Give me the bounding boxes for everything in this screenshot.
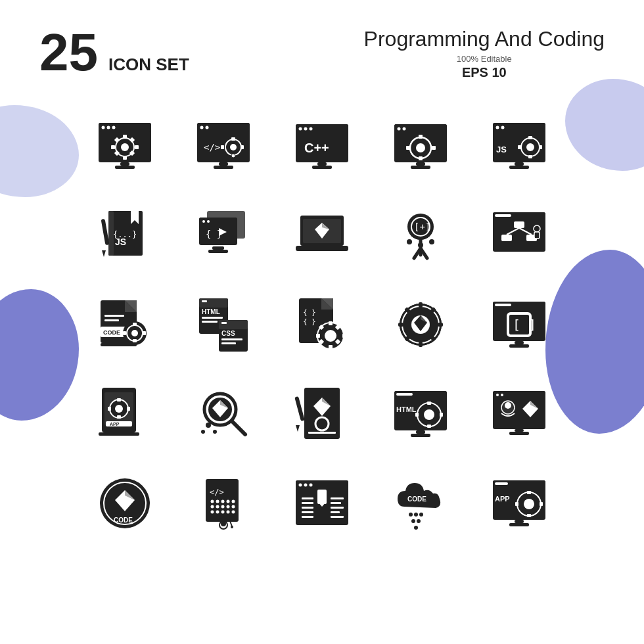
svg-text:APP: APP	[495, 495, 510, 503]
svg-rect-142	[329, 345, 333, 349]
svg-text:[ ]: [ ]	[513, 317, 536, 333]
svg-text:{ }: { }	[303, 317, 316, 326]
js-settings-icon: JS	[476, 106, 562, 185]
svg-rect-165	[495, 304, 511, 306]
svg-point-237	[221, 511, 225, 514]
svg-point-44	[416, 143, 425, 152]
svg-rect-177	[127, 407, 130, 411]
svg-rect-15	[115, 166, 135, 169]
monitor-diamond-person-icon	[476, 375, 562, 453]
svg-point-236	[216, 511, 219, 514]
code-monitor-stacked-icon: { }	[181, 196, 266, 275]
svg-rect-202	[427, 402, 431, 405]
svg-point-140	[325, 330, 336, 342]
svg-point-274	[524, 499, 534, 509]
svg-text:[+]: [+]	[414, 221, 430, 232]
svg-rect-37	[312, 166, 332, 169]
svg-point-268	[414, 526, 418, 530]
svg-rect-117	[143, 331, 146, 335]
svg-point-211	[501, 394, 503, 396]
svg-point-241	[221, 521, 226, 526]
svg-point-57	[526, 143, 534, 151]
svg-rect-121	[202, 300, 207, 302]
svg-rect-8	[123, 156, 127, 160]
svg-rect-206	[411, 434, 430, 437]
svg-rect-203	[427, 425, 431, 428]
svg-rect-256	[302, 516, 313, 518]
svg-point-90	[429, 239, 434, 244]
icon-grid: </> C++	[39, 106, 605, 543]
svg-rect-276	[527, 514, 531, 517]
code-badge-icon: CODE	[82, 464, 168, 543]
svg-rect-26	[221, 145, 224, 149]
svg-rect-175	[117, 415, 121, 419]
svg-rect-79	[208, 250, 228, 253]
header-left: 25 ICON SET	[39, 26, 189, 79]
svg-point-234	[232, 505, 235, 509]
svg-point-226	[216, 500, 219, 503]
svg-point-201	[424, 409, 434, 420]
svg-point-244	[231, 526, 233, 528]
svg-rect-132	[221, 342, 236, 344]
gear-diamond-icon	[378, 285, 463, 364]
svg-point-3	[107, 126, 110, 129]
svg-rect-60	[518, 145, 521, 149]
svg-rect-97	[514, 221, 524, 228]
svg-point-54	[501, 126, 505, 129]
svg-rect-129	[221, 322, 227, 324]
svg-rect-168	[509, 344, 529, 348]
svg-point-267	[417, 519, 421, 523]
svg-rect-198	[396, 393, 413, 396]
svg-rect-69	[101, 219, 110, 245]
svg-point-266	[411, 519, 415, 523]
svg-rect-108	[104, 319, 119, 321]
svg-rect-30	[219, 162, 228, 166]
svg-point-75	[207, 220, 210, 223]
svg-rect-169	[515, 341, 524, 344]
svg-text:APP: APP	[110, 422, 120, 426]
svg-rect-205	[440, 413, 443, 417]
svg-point-33	[299, 127, 302, 131]
svg-point-6	[121, 143, 129, 151]
svg-point-210	[496, 394, 499, 396]
svg-point-265	[419, 513, 423, 517]
search-diamond-icon	[181, 375, 266, 453]
svg-rect-255	[302, 511, 313, 513]
svg-rect-277	[515, 502, 518, 506]
svg-rect-257	[331, 497, 344, 499]
pen-diamond-doc-icon	[279, 375, 365, 453]
html-gear-browser-icon: HTML	[378, 375, 463, 453]
svg-point-34	[304, 127, 308, 131]
svg-rect-58	[528, 136, 532, 139]
svg-rect-174	[117, 398, 121, 402]
svg-text:CSS: CSS	[221, 330, 235, 337]
svg-rect-153	[419, 302, 423, 308]
svg-rect-253	[302, 502, 313, 504]
svg-rect-32	[296, 124, 348, 133]
svg-point-248	[304, 484, 308, 487]
svg-point-19	[200, 126, 204, 129]
svg-point-227	[221, 500, 225, 503]
svg-text:{ }: { }	[303, 308, 316, 317]
bracket-screen-icon: [ ]	[476, 285, 562, 364]
svg-rect-144	[342, 334, 346, 338]
svg-line-185	[232, 421, 245, 434]
svg-rect-27	[241, 145, 244, 149]
svg-rect-275	[527, 491, 531, 494]
app-browser-settings-icon: APP	[476, 464, 562, 543]
svg-rect-280	[515, 520, 524, 523]
svg-text:CODE: CODE	[114, 517, 133, 524]
svg-point-173	[115, 405, 123, 413]
svg-point-113	[131, 330, 138, 336]
svg-rect-48	[432, 146, 436, 150]
svg-rect-103	[534, 232, 540, 239]
svg-rect-78	[212, 246, 224, 250]
svg-rect-271	[495, 482, 508, 485]
svg-text:C++: C++	[304, 141, 329, 155]
svg-rect-246	[296, 480, 348, 490]
svg-text:{...}: {...}	[113, 230, 137, 239]
svg-point-239	[232, 511, 235, 514]
svg-rect-278	[540, 502, 543, 506]
svg-rect-114	[133, 323, 137, 326]
svg-point-42	[403, 127, 406, 131]
